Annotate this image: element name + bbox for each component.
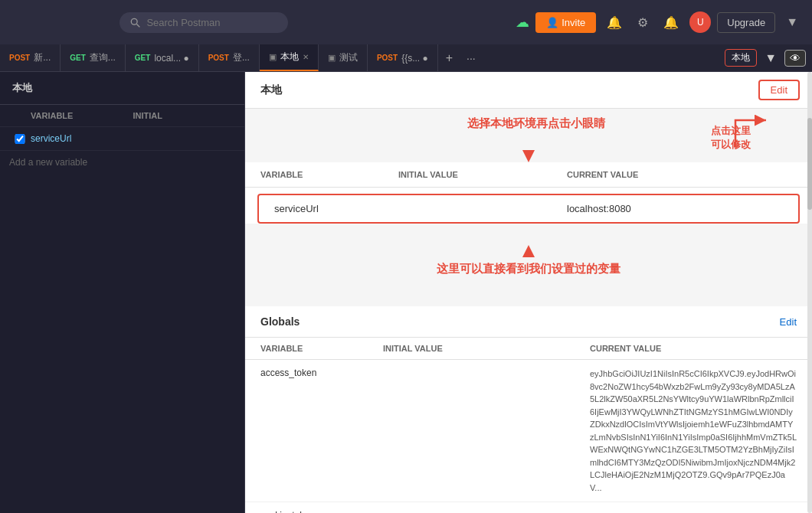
method-badge: POST [377, 54, 398, 62]
scrollbar-track[interactable] [807, 72, 812, 513]
env-dropdown-icon[interactable]: ▼ [760, 48, 781, 68]
variable-table: VARIABLE INITIAL serviceUrl Add a new va… [0, 105, 244, 513]
tab-post-login[interactable]: POST 登... [199, 44, 260, 71]
edit-button[interactable]: Edit [758, 80, 800, 100]
search-icon [130, 18, 140, 28]
annotation-top-text: 选择本地环境再点击小眼睛 [467, 116, 605, 131]
tab-label: 测试 [339, 51, 358, 64]
globals-initial-col: INITIAL VALUE [383, 344, 590, 353]
globals-title: Globals [260, 315, 300, 328]
tab-local[interactable]: ▣ 本地 ✕ [260, 44, 319, 71]
variable-col-header: VARIABLE [31, 111, 133, 120]
tab-get-query[interactable]: GET 查询... [61, 44, 126, 71]
more-tabs-button[interactable]: ··· [460, 52, 482, 64]
bell-icon[interactable]: 🔔 [659, 12, 683, 33]
sidebar-title: 本地 [0, 72, 244, 105]
tab-label: 登... [233, 51, 250, 64]
globals-header: Globals Edit [245, 306, 812, 338]
globals-edit-button[interactable]: Edit [780, 316, 797, 328]
annotation-edit-arrow [728, 113, 774, 151]
avatar[interactable]: U [689, 11, 711, 33]
search-input[interactable] [146, 17, 269, 28]
tab-label: 新... [34, 51, 51, 64]
panel-wrapper: 本地 Edit 选择本地环境再点击小眼睛 点击这里可以修改 [245, 72, 812, 513]
tab-label: {{s... ● [401, 53, 428, 64]
tab-close-button[interactable]: ✕ [303, 53, 309, 61]
table-row: serviceUrl [0, 127, 244, 151]
method-badge: POST [208, 54, 229, 62]
invite-button[interactable]: 👤 Invite [535, 12, 596, 33]
globals-section: Globals Edit VARIABLE INITIAL VALUE CURR… [245, 306, 812, 513]
settings-icon[interactable]: ⚙ [633, 12, 653, 33]
annotation-bottom-arrow [522, 245, 535, 257]
initial-col-header: INITIAL [133, 111, 236, 120]
tab-label: 本地 [280, 51, 299, 64]
current-col: CURRENT VALUE [567, 170, 735, 179]
annotation-bottom-text: 这里可以直接看到我们设置过的变量 [437, 262, 620, 276]
tab-post-template[interactable]: POST {{s... ● [368, 44, 438, 71]
notification-icon[interactable]: 🔔 [602, 12, 627, 33]
dropdown-icon[interactable]: ▼ [781, 12, 803, 32]
globals-current-col: CURRENT VALUE [590, 344, 797, 353]
globals-current-val: eyJhbGciOiJIUzI1NiIsInR5cCI6IkpXVCJ9.eyJ… [590, 368, 797, 494]
top-annotation-area: 选择本地环境再点击小眼睛 点击这里可以修改 [245, 109, 812, 162]
method-badge: POST [9, 54, 30, 62]
topbar-right: ☁ 👤 Invite 🔔 ⚙ 🔔 U Upgrade ▼ [516, 11, 803, 33]
cloud-icon: ☁ [516, 14, 529, 31]
scrollbar-thumb[interactable] [807, 118, 812, 210]
globals-row-cookie-token: cookie_token lvt_token=eyJ0eXAiOiJKV1QiL… [245, 502, 812, 513]
tabbar: POST 新... GET 查询... GET local... ● POST … [0, 44, 812, 72]
annotation-top-arrow [522, 150, 535, 162]
svg-line-1 [137, 24, 140, 27]
bottom-annotation-area: 这里可以直接看到我们设置过的变量 [245, 230, 812, 291]
initial-col: INITIAL VALUE [398, 170, 567, 179]
variable-col: VARIABLE [260, 170, 398, 179]
svg-point-0 [132, 18, 138, 25]
panel-header: 本地 Edit [245, 72, 812, 109]
upgrade-button[interactable]: Upgrade [717, 12, 775, 33]
tab-get-local[interactable]: GET local... ● [126, 44, 199, 71]
main-area: 本地 VARIABLE INITIAL serviceUrl Add a new… [0, 72, 812, 513]
env-table-row: serviceUrl localhost:8080 [257, 194, 800, 224]
add-variable-row[interactable]: Add a new variable [0, 151, 244, 174]
variable-name: serviceUrl [31, 133, 133, 144]
search-box[interactable] [120, 12, 288, 33]
tab-icon: ▣ [269, 52, 277, 62]
variable-checkbox[interactable] [9, 134, 31, 144]
tab-post-new[interactable]: POST 新... [0, 44, 61, 71]
env-table-header: VARIABLE INITIAL VALUE CURRENT VALUE [245, 162, 812, 188]
method-badge: GET [70, 54, 86, 62]
topbar: ☁ 👤 Invite 🔔 ⚙ 🔔 U Upgrade ▼ [0, 0, 812, 44]
method-badge: GET [135, 54, 151, 62]
invite-icon: 👤 [546, 17, 558, 28]
globals-table-header: VARIABLE INITIAL VALUE CURRENT VALUE [245, 338, 812, 360]
sidebar: 本地 VARIABLE INITIAL serviceUrl Add a new… [0, 72, 245, 513]
tab-label: 查询... [90, 51, 116, 64]
globals-current-val: lvt_token=eyJ0eXAiOiJKV1QiLCJhbGciOiJIUz… [590, 510, 797, 513]
tab-test[interactable]: ▣ 测试 [319, 44, 368, 71]
globals-row-access-token: access_token eyJhbGciOiJIUzI1NiIsInR5cCI… [245, 360, 812, 502]
tab-right-controls: 本地 ▼ 👁 [725, 48, 812, 68]
eye-button[interactable]: 👁 [784, 50, 806, 67]
tab-label: local... ● [154, 53, 188, 64]
env-table: VARIABLE INITIAL VALUE CURRENT VALUE ser… [245, 162, 812, 224]
tab-icon: ▣ [328, 53, 336, 63]
new-tab-button[interactable]: + [438, 51, 460, 65]
globals-variable-col: VARIABLE [260, 344, 383, 353]
globals-var-name: access_token [260, 368, 383, 378]
environment-selector[interactable]: 本地 [725, 49, 757, 67]
panel-title: 本地 [260, 83, 282, 96]
env-current-value: localhost:8080 [567, 203, 722, 214]
globals-var-name: cookie_token [260, 510, 383, 513]
env-variable-name: serviceUrl [274, 203, 412, 214]
table-header: VARIABLE INITIAL [0, 105, 244, 127]
environment-panel: 本地 Edit 选择本地环境再点击小眼睛 点击这里可以修改 [245, 72, 812, 513]
